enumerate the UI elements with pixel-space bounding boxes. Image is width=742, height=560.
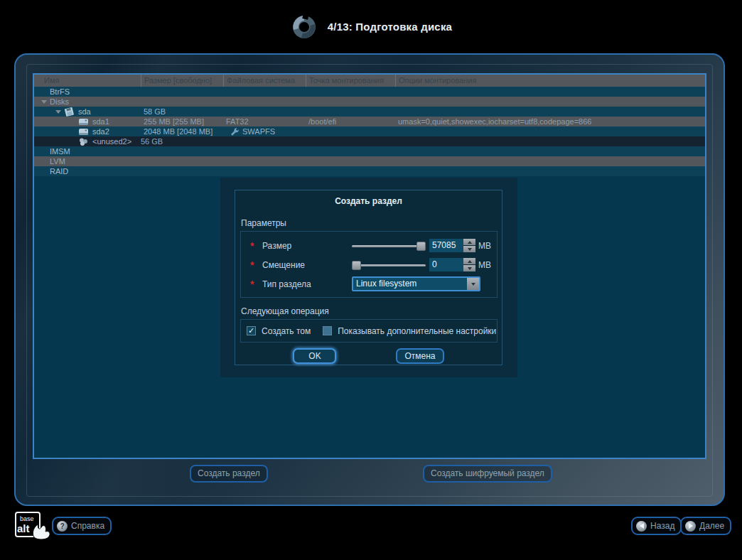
next-button[interactable]: Далее [680, 517, 731, 535]
spin-down-icon [463, 246, 475, 252]
table-row-btrfs[interactable]: BtrFS [34, 87, 705, 97]
spin-down-icon [463, 265, 475, 271]
create-volume-checkbox[interactable] [247, 326, 256, 335]
installer-swirl-icon [290, 13, 318, 41]
spin-up-icon [463, 258, 475, 264]
disk-icon [64, 107, 75, 117]
size-label: Размер [262, 241, 352, 251]
chevron-down-icon[interactable] [467, 278, 479, 290]
partition-type-select[interactable]: Linux filesystem [352, 276, 480, 291]
offset-label: Смещение [262, 260, 352, 270]
show-advanced-label: Показывать дополнительные настройки [338, 326, 496, 336]
wrench-icon [230, 127, 240, 136]
table-header: Имя Размер [свободно] Файловая система Т… [34, 75, 705, 87]
table-row-sda[interactable]: sda 58 GB [34, 107, 705, 117]
arrow-left-icon [636, 521, 647, 532]
required-asterisk: * [250, 240, 262, 252]
create-volume-label: Создать том [262, 326, 311, 336]
size-spin-buttons[interactable] [463, 239, 475, 252]
hdd-icon [78, 117, 89, 126]
type-field-row: * Тип раздела Linux filesystem [241, 274, 497, 294]
create-partition-dialog: Создать раздел Параметры * Размер 57085 … [220, 178, 517, 377]
size-input[interactable]: 57085 [429, 239, 463, 252]
svg-text:base: base [20, 515, 34, 522]
type-label: Тип раздела [262, 279, 352, 289]
offset-slider[interactable] [352, 260, 426, 270]
question-icon: ? [57, 521, 68, 532]
column-header-size[interactable]: Размер [свободно] [141, 75, 223, 87]
slider-handle[interactable] [416, 242, 426, 251]
hdd-icon [78, 127, 89, 136]
installer-window: Имя Размер [свободно] Файловая система Т… [14, 53, 725, 506]
table-row-imsm[interactable]: IMSM [34, 146, 705, 156]
arrow-right-icon [685, 521, 696, 532]
dialog-body: Создать раздел Параметры * Размер 57085 … [235, 190, 502, 365]
installer-header: 4/13: Подготовка диска [0, 0, 742, 53]
offset-field-row: * Смещение 0 MB [241, 255, 497, 274]
spin-up-icon [463, 239, 475, 245]
svg-text:alt: alt [17, 522, 30, 534]
show-advanced-checkbox[interactable] [323, 326, 332, 335]
params-fieldset: * Размер 57085 MB * Смещение [240, 231, 498, 298]
back-button[interactable]: Назад [631, 517, 682, 535]
offset-spin-buttons[interactable] [463, 258, 475, 271]
dialog-title: Создать раздел [235, 196, 502, 206]
next-label: Далее [699, 521, 724, 531]
params-group-label: Параметры [241, 218, 502, 228]
next-op-fieldset: Создать том Показывать дополнительные на… [240, 319, 498, 343]
column-header-mountpoint[interactable]: Точка монтирования [306, 75, 395, 87]
selected-option: Linux filesystem [353, 278, 467, 290]
table-row-disks[interactable]: Disks [34, 97, 705, 107]
create-encrypted-partition-button[interactable]: Создать шифруемый раздел [423, 465, 552, 483]
required-asterisk: * [250, 279, 262, 290]
table-row-sda1[interactable]: sda1 255 MB [255 MB] FAT32 /boot/efi uma… [34, 117, 705, 126]
size-slider[interactable] [352, 241, 426, 251]
column-header-name[interactable]: Имя [34, 75, 141, 87]
basealt-logo: base alt [10, 509, 54, 544]
expander-triangle-icon[interactable] [41, 100, 47, 104]
required-asterisk: * [250, 259, 262, 271]
help-label: Справка [71, 521, 104, 531]
page-title: 4/13: Подготовка диска [328, 21, 452, 33]
size-field-row: * Размер 57085 MB [241, 236, 497, 255]
offset-unit: MB [478, 260, 491, 270]
expander-triangle-icon[interactable] [55, 110, 61, 114]
slider-handle[interactable] [352, 261, 361, 270]
free-space-icon [78, 137, 89, 146]
size-unit: MB [478, 241, 491, 251]
column-header-filesystem[interactable]: Файловая система [223, 75, 306, 87]
table-row-lvm[interactable]: LVM [34, 156, 705, 166]
table-row-sda2[interactable]: sda2 2048 MB [2048 MB] SWAPFS [34, 126, 705, 136]
column-header-mountoptions[interactable]: Опции монтирования [395, 75, 705, 87]
cancel-button[interactable]: Отмена [396, 348, 443, 364]
next-op-group-label: Следующая операция [241, 306, 502, 316]
ok-button[interactable]: OK [293, 348, 336, 364]
help-button[interactable]: ? Справка [52, 517, 112, 535]
table-row-unused2[interactable]: <unused2> 56 GB [34, 136, 705, 146]
back-label: Назад [650, 521, 674, 531]
create-partition-button[interactable]: Создать раздел [190, 465, 268, 483]
table-row-raid[interactable]: RAID [34, 166, 705, 176]
offset-input[interactable]: 0 [429, 258, 463, 271]
